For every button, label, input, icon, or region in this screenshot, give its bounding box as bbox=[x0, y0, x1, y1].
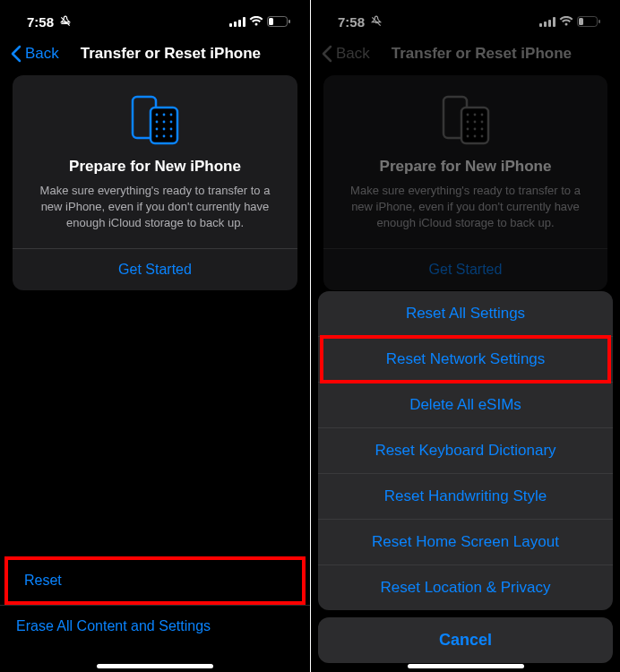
svg-point-20 bbox=[170, 135, 173, 138]
prepare-card: Prepare for New iPhone Make sure everyth… bbox=[13, 75, 297, 290]
home-indicator[interactable] bbox=[97, 664, 213, 668]
card-body: Make sure everything's ready to transfer… bbox=[27, 183, 283, 232]
svg-point-13 bbox=[163, 121, 166, 124]
reset-button[interactable]: Reset bbox=[8, 560, 302, 601]
svg-point-10 bbox=[163, 114, 166, 116]
svg-point-14 bbox=[170, 121, 173, 124]
highlight-reset: Reset bbox=[4, 556, 306, 605]
battery-icon bbox=[267, 16, 290, 27]
nav-bar: Back Transfer or Reset iPhone bbox=[0, 39, 310, 75]
screen-reset-sheet: 7:58 Back Transfer or Reset iPhone P bbox=[310, 0, 620, 672]
svg-point-17 bbox=[170, 128, 173, 131]
screen-transfer-reset: 7:58 Back Transfer or Reset iPhone P bbox=[0, 0, 310, 672]
status-bar: 7:58 bbox=[0, 0, 310, 39]
time-label: 7:58 bbox=[27, 14, 54, 30]
nav-title: Transfer or Reset iPhone bbox=[81, 45, 299, 63]
home-indicator[interactable] bbox=[408, 664, 524, 668]
devices-icon bbox=[27, 95, 283, 145]
svg-point-19 bbox=[163, 135, 166, 138]
reset-network-settings-button[interactable]: Reset Network Settings bbox=[318, 336, 613, 382]
svg-point-18 bbox=[156, 135, 159, 138]
get-started-button[interactable]: Get Started bbox=[27, 249, 283, 290]
bottom-list: Reset Erase All Content and Settings bbox=[0, 556, 310, 663]
reset-all-settings-button[interactable]: Reset All Settings bbox=[318, 291, 613, 336]
reset-handwriting-style-button[interactable]: Reset Handwriting Style bbox=[318, 473, 613, 519]
svg-rect-1 bbox=[234, 22, 237, 27]
card-title: Prepare for New iPhone bbox=[27, 158, 283, 176]
wifi-icon bbox=[249, 16, 263, 27]
svg-point-16 bbox=[163, 128, 166, 131]
svg-point-11 bbox=[170, 114, 173, 116]
reset-keyboard-dictionary-button[interactable]: Reset Keyboard Dictionary bbox=[318, 427, 613, 473]
svg-point-9 bbox=[156, 114, 159, 116]
erase-all-button[interactable]: Erase All Content and Settings bbox=[0, 605, 310, 647]
cellular-icon bbox=[229, 17, 245, 27]
do-not-disturb-icon bbox=[59, 15, 72, 28]
svg-rect-5 bbox=[269, 18, 273, 25]
status-time: 7:58 bbox=[27, 14, 72, 30]
svg-rect-0 bbox=[229, 23, 232, 27]
status-icons bbox=[229, 16, 290, 27]
svg-rect-3 bbox=[243, 17, 245, 27]
svg-point-12 bbox=[156, 121, 159, 124]
delete-all-esims-button[interactable]: Delete All eSIMs bbox=[318, 382, 613, 427]
reset-home-screen-layout-button[interactable]: Reset Home Screen Layout bbox=[318, 519, 613, 564]
svg-rect-8 bbox=[151, 108, 177, 143]
reset-action-sheet: Reset All Settings Reset Network Setting… bbox=[318, 291, 613, 663]
svg-rect-2 bbox=[238, 20, 241, 27]
cancel-button[interactable]: Cancel bbox=[318, 617, 613, 663]
reset-location-privacy-button[interactable]: Reset Location & Privacy bbox=[318, 564, 613, 610]
svg-rect-6 bbox=[288, 20, 290, 23]
back-button[interactable]: Back bbox=[25, 45, 59, 63]
svg-point-15 bbox=[156, 128, 159, 131]
back-chevron-icon[interactable] bbox=[11, 45, 22, 63]
sheet-options: Reset All Settings Reset Network Setting… bbox=[318, 291, 613, 610]
